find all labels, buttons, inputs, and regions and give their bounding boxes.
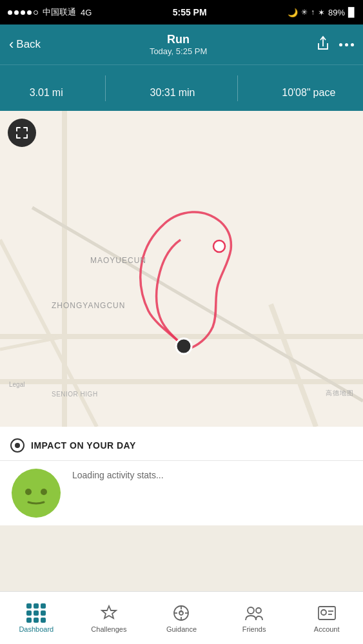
dashboard-icon xyxy=(26,603,46,623)
tab-challenges-label: Challenges xyxy=(91,625,126,633)
tab-friends[interactable]: Friends xyxy=(218,603,291,633)
svg-point-12 xyxy=(25,489,32,495)
account-icon xyxy=(317,603,337,623)
battery-icon: ▉ xyxy=(348,7,355,17)
share-button[interactable] xyxy=(316,35,330,54)
nav-actions xyxy=(316,35,354,54)
more-button[interactable] xyxy=(339,43,354,46)
bluetooth-icon: ✶ xyxy=(318,8,325,17)
distance-value: 3.01mi xyxy=(28,77,63,100)
back-chevron-icon: ‹ xyxy=(9,36,14,53)
map-label-senior-high: SENIOR HIGH xyxy=(52,391,98,398)
status-bar: 中国联通 4G 5:55 PM 🌙 ✳ ↑ ✶ 89% ▉ xyxy=(0,0,363,24)
guidance-icon xyxy=(172,603,191,623)
location-icon: ↑ xyxy=(311,8,315,17)
map-label-gaode: 高德地图 xyxy=(326,389,354,398)
challenges-icon xyxy=(99,603,119,623)
nav-bar: ‹ Back Run Today, 5:25 PM xyxy=(0,24,363,64)
page-title: Run xyxy=(150,33,207,46)
friends-icon xyxy=(244,603,264,623)
impact-title: IMPACT ON YOUR DAY xyxy=(31,440,136,451)
dashboard-grid xyxy=(26,603,46,623)
tab-friends-label: Friends xyxy=(242,625,266,633)
stat-divider-1 xyxy=(105,75,106,101)
tab-account[interactable]: Account xyxy=(290,603,363,633)
tab-dashboard-label: Dashboard xyxy=(19,625,54,633)
svg-point-20 xyxy=(248,607,254,614)
tab-challenges[interactable]: Challenges xyxy=(73,603,146,633)
impact-icon xyxy=(10,438,25,453)
map-expand-button[interactable] xyxy=(8,119,36,147)
tab-account-label: Account xyxy=(314,625,340,633)
loading-text: Loading activity stats... xyxy=(72,467,164,480)
brightness-icon: ✳ xyxy=(301,8,308,17)
moon-icon: 🌙 xyxy=(288,8,298,17)
svg-point-13 xyxy=(41,489,47,495)
stat-duration: 30:31min xyxy=(148,77,195,100)
status-right: 🌙 ✳ ↑ ✶ 89% ▉ xyxy=(288,7,355,17)
map-label-legal: Legal xyxy=(9,381,25,388)
duration-value: 30:31min xyxy=(148,77,195,100)
status-left: 中国联通 4G xyxy=(8,6,92,18)
impact-icon-inner xyxy=(15,443,20,448)
stat-divider-2 xyxy=(237,75,238,101)
battery-label: 89% xyxy=(328,8,345,17)
smiley-face xyxy=(10,467,62,519)
page-subtitle: Today, 5:25 PM xyxy=(150,46,207,56)
map-label-maoyuecun: MAOYUECUN xyxy=(90,256,146,265)
signal-dot-1 xyxy=(8,10,12,15)
tab-dashboard[interactable]: Dashboard xyxy=(0,603,73,633)
svg-point-10 xyxy=(176,338,191,354)
loading-area: Loading activity stats... xyxy=(0,461,363,525)
signal-dot-4 xyxy=(27,10,32,15)
svg-point-11 xyxy=(12,469,61,518)
back-button[interactable]: ‹ Back xyxy=(9,36,41,53)
stat-distance: 3.01mi xyxy=(28,77,63,100)
signal-dot-5 xyxy=(34,10,38,15)
tab-bar: Dashboard Challenges Guidance xyxy=(0,591,363,644)
carrier-label: 中国联通 xyxy=(43,6,76,18)
impact-header: IMPACT ON YOUR DAY xyxy=(10,438,353,453)
map-label-zhongyangcun: ZHONGYANGCUN xyxy=(52,301,125,310)
status-time: 5:55 PM xyxy=(173,7,207,17)
signal-dot-3 xyxy=(21,10,25,15)
network-label: 4G xyxy=(81,8,92,17)
signal-dots xyxy=(8,10,38,15)
svg-point-9 xyxy=(213,240,225,252)
tab-guidance[interactable]: Guidance xyxy=(145,603,218,633)
stats-bar: 3.01mi 30:31min 10'08"pace xyxy=(0,64,363,111)
back-label: Back xyxy=(16,38,41,51)
svg-point-23 xyxy=(321,610,326,615)
nav-title-block: Run Today, 5:25 PM xyxy=(150,33,207,56)
impact-section: IMPACT ON YOUR DAY xyxy=(0,427,363,461)
stat-pace: 10'08"pace xyxy=(280,77,335,100)
map-container[interactable]: MAOYUECUN ZHONGYANGCUN Legal SENIOR HIGH… xyxy=(0,111,363,427)
tab-guidance-label: Guidance xyxy=(166,625,197,633)
pace-value: 10'08"pace xyxy=(280,77,335,100)
svg-point-21 xyxy=(256,608,261,613)
signal-dot-2 xyxy=(14,10,19,15)
